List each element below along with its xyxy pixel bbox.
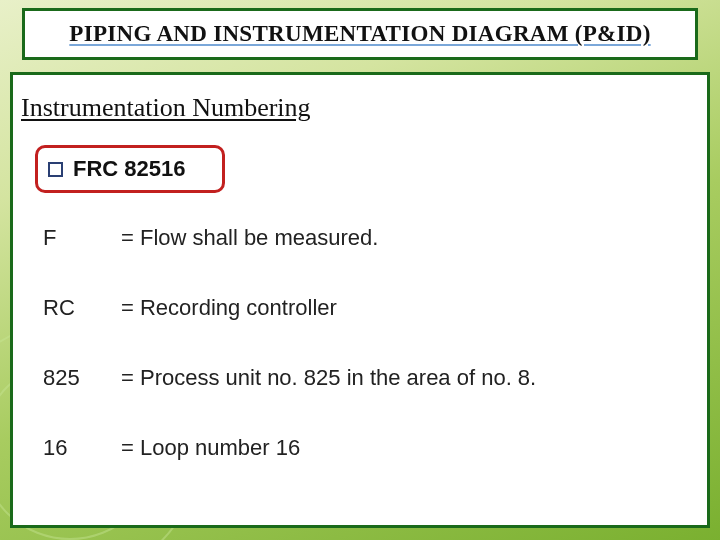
slide-title-bar: PIPING AND INSTRUMENTATION DIAGRAM (P&ID… — [22, 8, 698, 60]
code-callout: FRC 82516 — [35, 145, 225, 193]
bullet-square-icon — [48, 162, 63, 177]
definition-key: 16 — [43, 435, 121, 461]
definition-value: = Process unit no. 825 in the area of no… — [121, 365, 536, 391]
definition-key: F — [43, 225, 121, 251]
definition-value: = Flow shall be measured. — [121, 225, 378, 251]
definition-row: 16 = Loop number 16 — [43, 435, 536, 461]
definition-row: 825 = Process unit no. 825 in the area o… — [43, 365, 536, 391]
definition-row: F = Flow shall be measured. — [43, 225, 536, 251]
section-heading: Instrumentation Numbering — [21, 93, 311, 123]
definition-value: = Recording controller — [121, 295, 337, 321]
definition-list: F = Flow shall be measured. RC = Recordi… — [43, 225, 536, 505]
definition-value: = Loop number 16 — [121, 435, 300, 461]
slide-title: PIPING AND INSTRUMENTATION DIAGRAM (P&ID… — [69, 21, 650, 47]
definition-key: 825 — [43, 365, 121, 391]
definition-key: RC — [43, 295, 121, 321]
definition-row: RC = Recording controller — [43, 295, 536, 321]
content-frame: Instrumentation Numbering FRC 82516 F = … — [10, 72, 710, 528]
code-label: FRC 82516 — [73, 156, 186, 182]
